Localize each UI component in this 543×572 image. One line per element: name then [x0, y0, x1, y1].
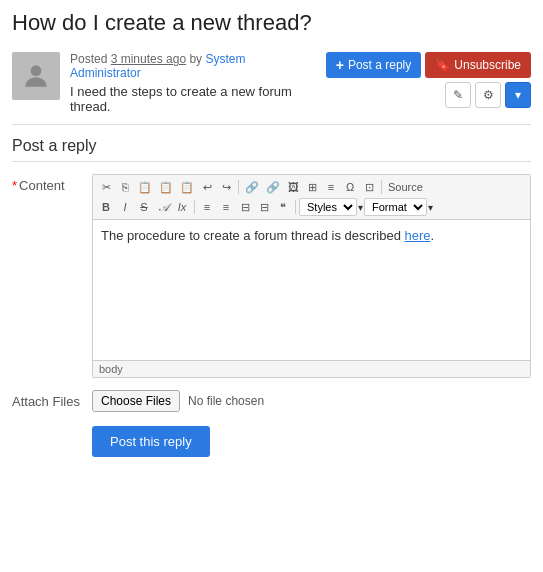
- choose-files-button[interactable]: Choose Files: [92, 390, 180, 412]
- no-file-text: No file chosen: [188, 394, 264, 408]
- tb-paste[interactable]: 📋: [135, 178, 155, 196]
- post-reply-label: Post a reply: [348, 58, 411, 72]
- tb-maximize[interactable]: ⊡: [360, 178, 378, 196]
- content-form-row: *Content ✂ ⎘ 📋 📋 📋 ↩ ↪ 🔗 🔗 🖼 ⊞: [12, 174, 531, 378]
- tb-sep-1: [238, 180, 239, 194]
- svg-point-0: [31, 65, 42, 76]
- post-this-reply-button[interactable]: Post this reply: [92, 426, 210, 457]
- attach-files-row: Attach Files Choose Files No file chosen: [12, 390, 531, 412]
- tb-undo[interactable]: ↩: [198, 178, 216, 196]
- editor-link[interactable]: here: [405, 228, 431, 243]
- tb-image[interactable]: 🖼: [284, 178, 302, 196]
- settings-icon-button[interactable]: ⚙: [475, 82, 501, 108]
- tb-sep-3: [194, 200, 195, 214]
- tb-paste-word[interactable]: 📋: [177, 178, 197, 196]
- tb-blockquote[interactable]: ❝: [274, 198, 292, 216]
- tb-strikethrough[interactable]: S: [135, 198, 153, 216]
- tb-ordered-list[interactable]: ≡: [198, 198, 216, 216]
- tb-special-char[interactable]: Ω: [341, 178, 359, 196]
- tb-remove-format[interactable]: Ix: [173, 198, 191, 216]
- post-content: I need the steps to create a new forum t…: [70, 84, 318, 114]
- tb-outdent[interactable]: ⊟: [236, 198, 254, 216]
- styles-select[interactable]: Styles: [299, 198, 357, 216]
- format-caret: ▾: [428, 202, 433, 213]
- required-marker: *: [12, 178, 17, 193]
- tb-unordered-list[interactable]: ≡: [217, 198, 235, 216]
- post-meta: Posted 3 minutes ago by System Administr…: [70, 52, 318, 80]
- content-label: *Content: [12, 174, 92, 378]
- page-title: How do I create a new thread?: [12, 10, 531, 42]
- toolbar-row-1: ✂ ⎘ 📋 📋 📋 ↩ ↪ 🔗 🔗 🖼 ⊞ ≡ Ω ⊡ Sour: [97, 178, 526, 196]
- tb-subscript[interactable]: 𝒜: [154, 198, 172, 216]
- tb-unlink[interactable]: 🔗: [263, 178, 283, 196]
- bookmark-icon: 🔖: [435, 58, 450, 72]
- avatar: [12, 52, 60, 100]
- top-action-row: + Post a reply 🔖 Unsubscribe: [326, 52, 531, 78]
- tb-redo[interactable]: ↪: [217, 178, 235, 196]
- tb-source[interactable]: Source: [385, 178, 426, 196]
- tb-table[interactable]: ⊞: [303, 178, 321, 196]
- toolbar-row-2: B I S 𝒜 Ix ≡ ≡ ⊟ ⊟ ❝ Styles ▾: [97, 198, 526, 216]
- styles-caret: ▾: [358, 202, 363, 213]
- tb-paste-plain[interactable]: 📋: [156, 178, 176, 196]
- tb-sep-2: [381, 180, 382, 194]
- tb-hr[interactable]: ≡: [322, 178, 340, 196]
- editor-footer: body: [93, 360, 530, 377]
- unsubscribe-button[interactable]: 🔖 Unsubscribe: [425, 52, 531, 78]
- plus-icon: +: [336, 57, 344, 73]
- tb-link[interactable]: 🔗: [242, 178, 262, 196]
- editor-content[interactable]: The procedure to create a forum thread i…: [93, 220, 530, 360]
- tb-sep-4: [295, 200, 296, 214]
- attach-controls: Choose Files No file chosen: [92, 390, 264, 412]
- post-header: Posted 3 minutes ago by System Administr…: [12, 52, 531, 125]
- tb-copy[interactable]: ⎘: [116, 178, 134, 196]
- tb-italic[interactable]: I: [116, 198, 134, 216]
- reply-section-title: Post a reply: [12, 137, 531, 162]
- unsubscribe-label: Unsubscribe: [454, 58, 521, 72]
- post-info: Posted 3 minutes ago by System Administr…: [70, 52, 318, 114]
- editor-toolbar: ✂ ⎘ 📋 📋 📋 ↩ ↪ 🔗 🔗 🖼 ⊞ ≡ Ω ⊡ Sour: [93, 175, 530, 220]
- submit-row: Post this reply: [12, 426, 531, 457]
- editor-wrapper: ✂ ⎘ 📋 📋 📋 ↩ ↪ 🔗 🔗 🖼 ⊞ ≡ Ω ⊡ Sour: [92, 174, 531, 378]
- by-label: by: [189, 52, 202, 66]
- dropdown-caret-button[interactable]: ▾: [505, 82, 531, 108]
- editor-text: The procedure to create a forum thread i…: [101, 228, 405, 243]
- tb-indent[interactable]: ⊟: [255, 198, 273, 216]
- tb-bold[interactable]: B: [97, 198, 115, 216]
- posted-label: Posted: [70, 52, 107, 66]
- format-select[interactable]: Format: [364, 198, 427, 216]
- post-reply-button[interactable]: + Post a reply: [326, 52, 422, 78]
- attach-label: Attach Files: [12, 394, 92, 409]
- secondary-action-row: ✎ ⚙ ▾: [445, 82, 531, 108]
- edit-icon-button[interactable]: ✎: [445, 82, 471, 108]
- tb-cut[interactable]: ✂: [97, 178, 115, 196]
- action-buttons: + Post a reply 🔖 Unsubscribe ✎ ⚙ ▾: [326, 52, 531, 108]
- post-time: 3 minutes ago: [111, 52, 186, 66]
